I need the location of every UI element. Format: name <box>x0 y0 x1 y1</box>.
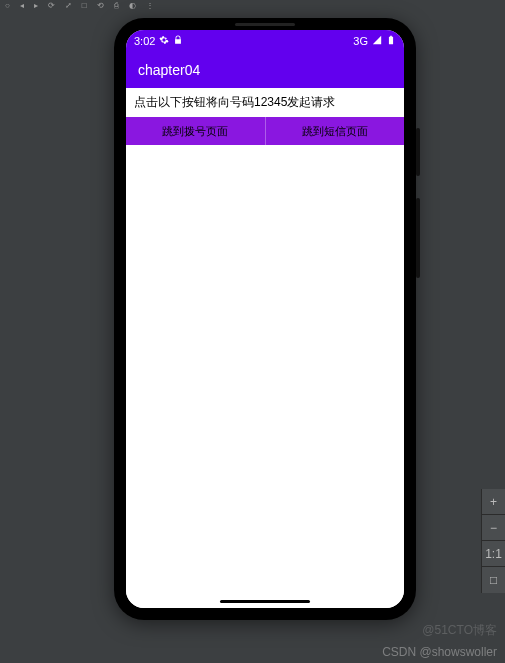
ide-toolbar-icon[interactable]: ▸ <box>34 1 38 10</box>
app-bar: chapter04 <box>126 52 404 88</box>
ide-toolbar-icon[interactable]: ⋮ <box>146 1 154 10</box>
ide-toolbar-icon[interactable]: ◐ <box>129 1 136 10</box>
watermark-primary: CSDN @showswoller <box>382 645 497 659</box>
power-button[interactable] <box>416 128 420 176</box>
ide-toolbar-icon[interactable]: ○ <box>5 1 10 10</box>
emulator-zoom-controls: + − 1:1 □ <box>481 489 505 593</box>
app-title: chapter04 <box>138 62 200 78</box>
phone-speaker <box>235 23 295 26</box>
nav-gesture-bar[interactable] <box>220 600 310 603</box>
ide-toolbar-icon[interactable]: ⤢ <box>65 1 72 10</box>
instruction-text: 点击以下按钮将向号码12345发起请求 <box>126 88 404 117</box>
zoom-1to1-button[interactable]: 1:1 <box>482 541 505 567</box>
ide-toolbar-icon[interactable]: □ <box>82 1 87 10</box>
zoom-fit-button[interactable]: □ <box>482 567 505 593</box>
dial-button[interactable]: 跳到拨号页面 <box>126 117 266 145</box>
battery-icon <box>386 35 396 47</box>
sms-button[interactable]: 跳到短信页面 <box>266 117 405 145</box>
watermark-secondary: @51CTO博客 <box>422 622 497 639</box>
lock-icon <box>173 35 183 47</box>
app-content: 点击以下按钮将向号码12345发起请求 跳到拨号页面 跳到短信页面 <box>126 88 404 608</box>
ide-toolbar: ○ ◂ ▸ ⟳ ⤢ □ ⟲ ⎙ ◐ ⋮ <box>0 0 505 10</box>
phone-screen: 3:02 3G chapter04 点击以 <box>126 30 404 608</box>
volume-button[interactable] <box>416 198 420 278</box>
phone-frame: 3:02 3G chapter04 点击以 <box>114 18 416 620</box>
status-time: 3:02 <box>134 35 155 47</box>
signal-icon <box>372 35 382 47</box>
ide-toolbar-icon[interactable]: ⎙ <box>114 1 119 10</box>
gear-icon <box>159 35 169 47</box>
status-bar: 3:02 3G <box>126 30 404 52</box>
zoom-in-button[interactable]: + <box>482 489 505 515</box>
network-label: 3G <box>353 35 368 47</box>
ide-toolbar-icon[interactable]: ◂ <box>20 1 24 10</box>
ide-toolbar-icon[interactable]: ⟳ <box>48 1 55 10</box>
zoom-out-button[interactable]: − <box>482 515 505 541</box>
button-row: 跳到拨号页面 跳到短信页面 <box>126 117 404 145</box>
ide-toolbar-icon[interactable]: ⟲ <box>97 1 104 10</box>
